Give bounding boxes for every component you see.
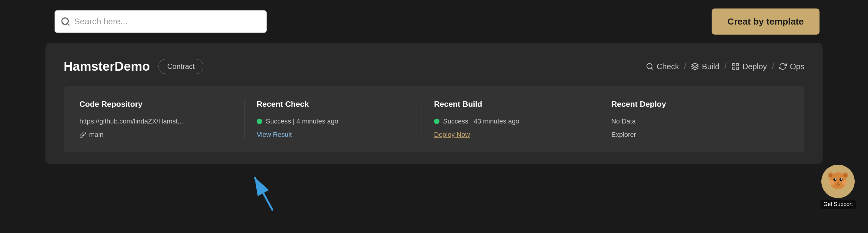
mascot-icon — [826, 169, 850, 194]
svg-rect-6 — [733, 67, 735, 69]
ops-label: Ops — [790, 62, 804, 71]
recent-check-section: Recent Check Success | 4 minutes ago Vie… — [257, 99, 422, 139]
nav-deploy[interactable]: Deploy — [732, 62, 767, 71]
code-repository-section: Code Repository https://github.com/linda… — [80, 99, 245, 139]
mascot-avatar — [821, 165, 855, 198]
check-status-text: Success | 4 minutes ago — [266, 117, 338, 125]
svg-point-17 — [835, 178, 836, 180]
build-icon — [691, 62, 699, 70]
search-icon — [61, 17, 70, 26]
no-data-text: No Data — [611, 117, 776, 125]
recent-build-section: Recent Build Success | 43 minutes ago De… — [434, 99, 599, 139]
nav-build[interactable]: Build — [691, 62, 719, 71]
search-container — [55, 10, 267, 33]
recent-deploy-title: Recent Deploy — [611, 99, 776, 109]
svg-point-21 — [842, 180, 847, 185]
main-card: HamsterDemo Contract Check / Build / — [45, 43, 823, 164]
branch-name: main — [89, 131, 104, 139]
build-status-dot — [434, 119, 439, 124]
check-label: Check — [657, 62, 679, 71]
svg-point-18 — [841, 178, 842, 180]
check-status-row: Success | 4 minutes ago — [257, 117, 409, 125]
svg-point-15 — [833, 178, 836, 181]
check-icon — [646, 62, 654, 70]
svg-line-9 — [255, 177, 273, 210]
search-input[interactable] — [55, 10, 267, 33]
deploy-label: Deploy — [743, 62, 767, 71]
svg-rect-5 — [736, 63, 739, 66]
arrow-annotation — [249, 171, 285, 215]
nav-links: Check / Build / Deploy / — [646, 62, 805, 71]
svg-rect-4 — [733, 63, 735, 66]
svg-point-16 — [839, 178, 842, 181]
svg-line-3 — [651, 68, 653, 69]
separator-2: / — [724, 62, 727, 71]
contract-badge[interactable]: Contract — [158, 59, 204, 74]
nav-check[interactable]: Check — [646, 62, 679, 71]
view-result-link[interactable]: View Result — [257, 131, 292, 138]
recent-check-title: Recent Check — [257, 99, 409, 109]
code-repo-title: Code Repository — [80, 99, 232, 109]
ops-icon — [779, 62, 787, 70]
card-header: HamsterDemo Contract Check / Build / — [64, 59, 804, 74]
create-by-template-button[interactable]: Creat by template — [712, 8, 819, 35]
inner-card: Code Repository https://github.com/linda… — [64, 86, 804, 152]
project-title: HamsterDemo — [64, 59, 150, 74]
svg-line-1 — [67, 23, 69, 25]
explorer-link[interactable]: Explorer — [611, 131, 636, 138]
link-icon — [80, 132, 86, 138]
support-widget[interactable]: Get Support — [820, 165, 856, 209]
svg-point-13 — [829, 174, 833, 177]
deploy-icon — [732, 62, 740, 70]
separator-3: / — [772, 62, 774, 71]
separator-1: / — [684, 62, 686, 71]
top-bar: Creat by template — [0, 0, 868, 43]
svg-point-20 — [829, 180, 834, 185]
svg-rect-7 — [736, 67, 739, 69]
repo-branch[interactable]: main — [80, 131, 232, 139]
check-status-dot — [257, 119, 262, 124]
build-status-text: Success | 43 minutes ago — [443, 117, 520, 125]
recent-deploy-section: Recent Deploy No Data Explorer — [611, 99, 788, 139]
svg-point-19 — [837, 182, 839, 183]
project-title-area: HamsterDemo Contract — [64, 59, 204, 74]
svg-point-14 — [843, 174, 847, 177]
nav-ops[interactable]: Ops — [779, 62, 804, 71]
support-label: Get Support — [820, 200, 856, 209]
repo-url: https://github.com/lindaZX/Hamst... — [80, 117, 232, 125]
recent-build-title: Recent Build — [434, 99, 587, 109]
build-status-row: Success | 43 minutes ago — [434, 117, 587, 125]
deploy-now-link[interactable]: Deploy Now — [434, 131, 470, 138]
build-label: Build — [702, 62, 719, 71]
